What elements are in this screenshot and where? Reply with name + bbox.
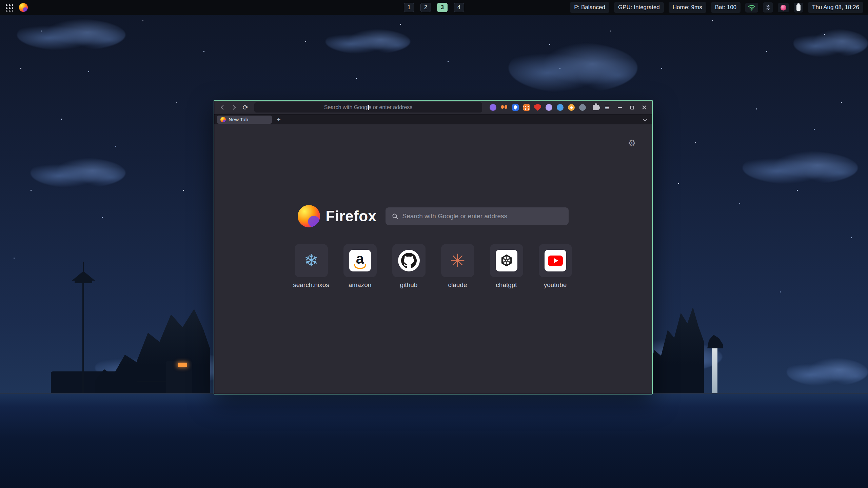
- tab-list-dropdown-button[interactable]: [643, 117, 647, 122]
- close-icon: [642, 105, 647, 110]
- workspace-button-2[interactable]: 2: [420, 3, 431, 12]
- shortcut-github[interactable]: github: [392, 244, 426, 289]
- wifi-module[interactable]: [745, 3, 758, 13]
- amazon-smile-icon: [354, 264, 366, 269]
- gpu-status: GPU: Integrated: [614, 2, 664, 13]
- back-icon: [221, 105, 225, 110]
- topbar-status: P: Balanced GPU: Integrated Home: 9ms Ba…: [570, 2, 863, 13]
- url-bar[interactable]: [254, 102, 482, 113]
- workspace-switcher: 1 2 3 4: [404, 3, 464, 12]
- white-cliff: [712, 345, 717, 393]
- shortcut-tile: a: [343, 244, 377, 277]
- extensions-puzzle-icon[interactable]: [593, 105, 599, 110]
- shortcut-tile: [392, 244, 426, 277]
- extension-icon-6[interactable]: [546, 104, 552, 111]
- newtab-settings-gear-icon[interactable]: ⚙: [628, 138, 636, 148]
- shortcut-youtube[interactable]: youtube: [539, 244, 572, 289]
- workspace-button-3[interactable]: 3: [437, 3, 448, 12]
- shortcut-tile: ❄: [295, 244, 328, 277]
- amazon-letter: a: [356, 252, 364, 266]
- watchtower-platform: [75, 281, 92, 283]
- claude-icon: ✳: [450, 251, 465, 270]
- search-icon: [392, 213, 398, 220]
- clock: Thu Aug 08, 18:26: [808, 2, 863, 13]
- forward-button[interactable]: [229, 103, 239, 112]
- shield-icon: [514, 105, 517, 110]
- shortcut-claude[interactable]: ✳ claude: [441, 244, 474, 289]
- shortcut-search-nixos[interactable]: ❄ search.nixos: [295, 244, 328, 289]
- new-tab-button[interactable]: +: [275, 116, 282, 123]
- shortcut-label: claude: [448, 281, 467, 289]
- newtab-hero: Firefox: [214, 205, 652, 227]
- shortcut-label: search.nixos: [293, 281, 329, 289]
- maximize-icon: [630, 106, 634, 109]
- reload-icon: ⟳: [243, 104, 249, 111]
- battery-status: Bat: 100: [711, 2, 741, 13]
- network-latency-status: Home: 9ms: [669, 2, 706, 13]
- wifi-icon: [748, 4, 755, 11]
- close-button[interactable]: [640, 103, 649, 112]
- browser-toolbar: ⟳ ≡: [214, 101, 652, 114]
- shortcut-chatgpt[interactable]: chatgpt: [490, 244, 523, 289]
- youtube-icon: [545, 250, 566, 271]
- battery-icon-module[interactable]: [794, 3, 803, 13]
- extension-icon-3[interactable]: [512, 104, 519, 111]
- app-launcher-icon[interactable]: [5, 3, 13, 12]
- text-caret: [368, 105, 369, 110]
- forward-icon: [231, 105, 236, 110]
- newtab-search-bar[interactable]: [386, 207, 569, 225]
- youtube-play-icon: [548, 256, 563, 266]
- cloud: [17, 19, 125, 51]
- minimize-button[interactable]: [615, 103, 624, 112]
- cloud: [743, 151, 858, 185]
- shortcut-tile: [490, 244, 523, 277]
- cloud: [31, 158, 125, 188]
- neon-sign: [178, 363, 187, 367]
- bluetooth-module[interactable]: [763, 2, 773, 13]
- ocean: [0, 393, 868, 488]
- cloud: [326, 29, 410, 54]
- tab-title: New Tab: [229, 117, 248, 122]
- top-bar: 1 2 3 4 P: Balanced GPU: Integrated Home…: [0, 0, 868, 15]
- shortcut-tiles: ❄ search.nixos a amazon: [214, 244, 652, 289]
- cloud: [793, 29, 868, 58]
- workspace-button-4[interactable]: 4: [454, 3, 464, 12]
- extension-icon-2[interactable]: [501, 104, 508, 111]
- shortcut-tile: [539, 244, 572, 277]
- extension-icon-9[interactable]: [579, 104, 586, 111]
- extension-icon-1[interactable]: [490, 104, 496, 111]
- indicator-module[interactable]: [778, 3, 789, 12]
- extension-icon-5[interactable]: [534, 104, 541, 111]
- shortcut-amazon[interactable]: a amazon: [343, 244, 377, 289]
- watchtower-roof: [72, 271, 95, 281]
- reload-button[interactable]: ⟳: [241, 103, 250, 112]
- nixos-snowflake-icon: ❄: [304, 252, 318, 269]
- tab-bar: New Tab +: [214, 114, 652, 124]
- firefox-favicon: [220, 117, 226, 122]
- extension-icon-7[interactable]: [557, 104, 564, 111]
- firefox-icon[interactable]: [19, 3, 28, 12]
- topbar-left: [5, 3, 28, 12]
- bluetooth-icon: [766, 4, 770, 11]
- octocat-icon: [401, 253, 417, 268]
- extension-icon-4[interactable]: [523, 104, 530, 111]
- window-controls: [615, 103, 649, 112]
- back-button[interactable]: [218, 103, 227, 112]
- workspace-button-1[interactable]: 1: [404, 3, 414, 12]
- firefox-window: ⟳ ≡ New Tab +: [214, 100, 653, 394]
- openai-knot-icon: [499, 253, 514, 268]
- tab-new-tab[interactable]: New Tab: [217, 116, 272, 124]
- amazon-icon: a: [349, 250, 371, 271]
- chatgpt-icon: [496, 250, 517, 271]
- extension-icons: [490, 104, 586, 111]
- maximize-button[interactable]: [628, 103, 636, 112]
- power-profile-status: P: Balanced: [570, 2, 609, 13]
- hamburger-menu-button[interactable]: ≡: [605, 103, 610, 111]
- firefox-logo: [298, 205, 320, 227]
- extension-icon-8[interactable]: [568, 104, 575, 111]
- newtab-search-input[interactable]: [402, 207, 569, 225]
- minimize-icon: [618, 107, 622, 108]
- shortcut-label: chatgpt: [496, 281, 517, 289]
- shortcut-label: github: [400, 281, 418, 289]
- shortcut-label: youtube: [544, 281, 567, 289]
